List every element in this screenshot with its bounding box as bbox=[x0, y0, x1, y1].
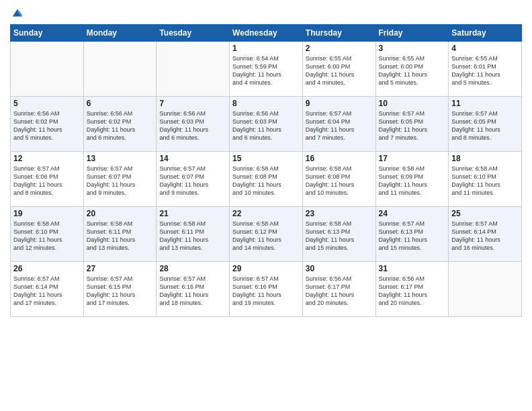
day-number: 24 bbox=[379, 209, 446, 218]
day-info: Sunrise: 6:57 AM Sunset: 6:07 PM Dayligh… bbox=[87, 165, 154, 197]
calendar-cell: 27Sunrise: 6:57 AM Sunset: 6:15 PM Dayli… bbox=[83, 262, 157, 317]
day-info: Sunrise: 6:57 AM Sunset: 6:04 PM Dayligh… bbox=[306, 109, 373, 142]
day-number: 9 bbox=[306, 99, 373, 108]
day-info: Sunrise: 6:55 AM Sunset: 6:01 PM Dayligh… bbox=[451, 54, 519, 87]
calendar-cell: 8Sunrise: 6:56 AM Sunset: 6:03 PM Daylig… bbox=[230, 97, 303, 152]
calendar-cell: 10Sunrise: 6:57 AM Sunset: 6:05 PM Dayli… bbox=[375, 97, 449, 152]
day-info: Sunrise: 6:57 AM Sunset: 6:14 PM Dayligh… bbox=[451, 220, 519, 253]
calendar: SundayMondayTuesdayWednesdayThursdayFrid… bbox=[10, 24, 522, 317]
day-number: 3 bbox=[379, 44, 446, 53]
day-info: Sunrise: 6:58 AM Sunset: 6:13 PM Dayligh… bbox=[306, 220, 373, 253]
calendar-cell: 4Sunrise: 6:55 AM Sunset: 6:01 PM Daylig… bbox=[449, 42, 522, 97]
day-number: 2 bbox=[306, 44, 373, 53]
calendar-cell bbox=[449, 262, 522, 317]
calendar-cell: 5Sunrise: 6:56 AM Sunset: 6:02 PM Daylig… bbox=[11, 97, 84, 152]
weekday-wednesday: Wednesday bbox=[230, 25, 303, 42]
calendar-cell: 20Sunrise: 6:58 AM Sunset: 6:11 PM Dayli… bbox=[83, 207, 157, 262]
calendar-cell bbox=[83, 42, 157, 97]
day-info: Sunrise: 6:56 AM Sunset: 6:02 PM Dayligh… bbox=[87, 109, 154, 142]
day-info: Sunrise: 6:56 AM Sunset: 6:03 PM Dayligh… bbox=[159, 109, 226, 142]
weekday-tuesday: Tuesday bbox=[157, 25, 230, 42]
day-number: 19 bbox=[13, 209, 81, 218]
day-info: Sunrise: 6:57 AM Sunset: 6:15 PM Dayligh… bbox=[87, 275, 154, 308]
calendar-cell: 11Sunrise: 6:57 AM Sunset: 6:05 PM Dayli… bbox=[449, 97, 522, 152]
day-number: 4 bbox=[451, 44, 519, 53]
day-info: Sunrise: 6:57 AM Sunset: 6:05 PM Dayligh… bbox=[451, 109, 519, 142]
calendar-cell: 30Sunrise: 6:56 AM Sunset: 6:17 PM Dayli… bbox=[302, 262, 375, 317]
day-info: Sunrise: 6:58 AM Sunset: 6:09 PM Dayligh… bbox=[379, 165, 446, 197]
day-info: Sunrise: 6:55 AM Sunset: 6:00 PM Dayligh… bbox=[306, 54, 373, 87]
day-number: 22 bbox=[232, 209, 300, 218]
day-number: 6 bbox=[87, 99, 154, 108]
day-info: Sunrise: 6:57 AM Sunset: 6:16 PM Dayligh… bbox=[159, 275, 226, 308]
day-info: Sunrise: 6:58 AM Sunset: 6:11 PM Dayligh… bbox=[159, 220, 226, 253]
page: SundayMondayTuesdayWednesdayThursdayFrid… bbox=[0, 0, 532, 411]
day-info: Sunrise: 6:57 AM Sunset: 6:13 PM Dayligh… bbox=[379, 220, 446, 253]
day-info: Sunrise: 6:56 AM Sunset: 6:03 PM Dayligh… bbox=[232, 109, 300, 142]
day-number: 30 bbox=[306, 264, 373, 273]
logo-icon bbox=[11, 7, 24, 19]
day-number: 27 bbox=[87, 264, 154, 273]
day-number: 16 bbox=[306, 154, 373, 163]
calendar-cell: 29Sunrise: 6:57 AM Sunset: 6:16 PM Dayli… bbox=[230, 262, 303, 317]
day-number: 28 bbox=[159, 264, 226, 273]
day-info: Sunrise: 6:57 AM Sunset: 6:07 PM Dayligh… bbox=[159, 165, 226, 197]
day-number: 25 bbox=[451, 209, 519, 218]
day-number: 1 bbox=[232, 44, 300, 53]
calendar-cell: 12Sunrise: 6:57 AM Sunset: 6:06 PM Dayli… bbox=[11, 152, 84, 207]
calendar-cell: 13Sunrise: 6:57 AM Sunset: 6:07 PM Dayli… bbox=[83, 152, 157, 207]
weekday-sunday: Sunday bbox=[11, 25, 84, 42]
calendar-cell: 21Sunrise: 6:58 AM Sunset: 6:11 PM Dayli… bbox=[157, 207, 230, 262]
calendar-week-1: 1Sunrise: 6:54 AM Sunset: 5:59 PM Daylig… bbox=[11, 42, 522, 97]
weekday-header-row: SundayMondayTuesdayWednesdayThursdayFrid… bbox=[11, 25, 522, 42]
day-info: Sunrise: 6:58 AM Sunset: 6:12 PM Dayligh… bbox=[232, 220, 300, 253]
day-number: 14 bbox=[159, 154, 226, 163]
calendar-cell: 17Sunrise: 6:58 AM Sunset: 6:09 PM Dayli… bbox=[375, 152, 449, 207]
day-info: Sunrise: 6:56 AM Sunset: 6:02 PM Dayligh… bbox=[13, 109, 81, 142]
calendar-cell: 22Sunrise: 6:58 AM Sunset: 6:12 PM Dayli… bbox=[230, 207, 303, 262]
day-number: 29 bbox=[232, 264, 300, 273]
calendar-cell: 23Sunrise: 6:58 AM Sunset: 6:13 PM Dayli… bbox=[302, 207, 375, 262]
calendar-cell: 15Sunrise: 6:58 AM Sunset: 6:08 PM Dayli… bbox=[230, 152, 303, 207]
calendar-cell: 28Sunrise: 6:57 AM Sunset: 6:16 PM Dayli… bbox=[157, 262, 230, 317]
day-number: 18 bbox=[451, 154, 519, 163]
day-number: 10 bbox=[379, 99, 446, 108]
day-info: Sunrise: 6:56 AM Sunset: 6:17 PM Dayligh… bbox=[379, 275, 446, 308]
day-info: Sunrise: 6:57 AM Sunset: 6:05 PM Dayligh… bbox=[379, 109, 446, 142]
day-number: 26 bbox=[13, 264, 81, 273]
calendar-cell: 3Sunrise: 6:55 AM Sunset: 6:00 PM Daylig… bbox=[375, 42, 449, 97]
calendar-cell: 1Sunrise: 6:54 AM Sunset: 5:59 PM Daylig… bbox=[230, 42, 303, 97]
calendar-week-5: 26Sunrise: 6:57 AM Sunset: 6:14 PM Dayli… bbox=[11, 262, 522, 317]
day-number: 8 bbox=[232, 99, 300, 108]
calendar-cell: 16Sunrise: 6:58 AM Sunset: 6:08 PM Dayli… bbox=[302, 152, 375, 207]
calendar-week-4: 19Sunrise: 6:58 AM Sunset: 6:10 PM Dayli… bbox=[11, 207, 522, 262]
calendar-cell: 14Sunrise: 6:57 AM Sunset: 6:07 PM Dayli… bbox=[157, 152, 230, 207]
calendar-cell: 2Sunrise: 6:55 AM Sunset: 6:00 PM Daylig… bbox=[302, 42, 375, 97]
day-number: 15 bbox=[232, 154, 300, 163]
day-number: 31 bbox=[379, 264, 446, 273]
weekday-saturday: Saturday bbox=[449, 25, 522, 42]
weekday-thursday: Thursday bbox=[302, 25, 375, 42]
day-number: 17 bbox=[379, 154, 446, 163]
weekday-friday: Friday bbox=[375, 25, 449, 42]
weekday-monday: Monday bbox=[83, 25, 157, 42]
day-info: Sunrise: 6:58 AM Sunset: 6:08 PM Dayligh… bbox=[306, 165, 373, 197]
day-number: 20 bbox=[87, 209, 154, 218]
calendar-cell: 25Sunrise: 6:57 AM Sunset: 6:14 PM Dayli… bbox=[449, 207, 522, 262]
day-number: 11 bbox=[451, 99, 519, 108]
day-info: Sunrise: 6:57 AM Sunset: 6:16 PM Dayligh… bbox=[232, 275, 300, 308]
calendar-cell: 26Sunrise: 6:57 AM Sunset: 6:14 PM Dayli… bbox=[11, 262, 84, 317]
logo bbox=[10, 7, 24, 19]
calendar-cell: 19Sunrise: 6:58 AM Sunset: 6:10 PM Dayli… bbox=[11, 207, 84, 262]
day-info: Sunrise: 6:57 AM Sunset: 6:14 PM Dayligh… bbox=[13, 275, 81, 308]
day-info: Sunrise: 6:58 AM Sunset: 6:10 PM Dayligh… bbox=[13, 220, 81, 253]
day-info: Sunrise: 6:58 AM Sunset: 6:08 PM Dayligh… bbox=[232, 165, 300, 197]
calendar-cell bbox=[11, 42, 84, 97]
calendar-week-3: 12Sunrise: 6:57 AM Sunset: 6:06 PM Dayli… bbox=[11, 152, 522, 207]
day-number: 7 bbox=[159, 99, 226, 108]
header bbox=[10, 7, 522, 19]
calendar-cell: 6Sunrise: 6:56 AM Sunset: 6:02 PM Daylig… bbox=[83, 97, 157, 152]
day-number: 23 bbox=[306, 209, 373, 218]
day-info: Sunrise: 6:54 AM Sunset: 5:59 PM Dayligh… bbox=[232, 54, 300, 87]
calendar-cell: 9Sunrise: 6:57 AM Sunset: 6:04 PM Daylig… bbox=[302, 97, 375, 152]
